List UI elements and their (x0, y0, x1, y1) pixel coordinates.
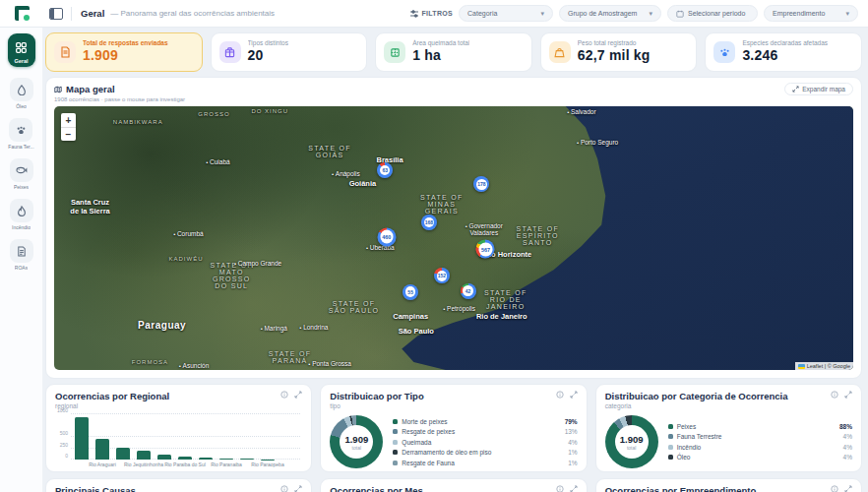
filter-grupo-amostragem[interactable]: Grupo de Amostragem▾ (559, 5, 661, 22)
info-icon[interactable] (556, 485, 564, 492)
sidebar-item-peixes[interactable]: Peixes (10, 158, 33, 190)
expand-map-button[interactable]: Expandir mapa (784, 83, 853, 95)
legend-row: Incêndio4% (668, 444, 852, 451)
bar[interactable] (95, 439, 109, 460)
expand-icon[interactable] (570, 485, 578, 492)
sidebar-item-oleo[interactable]: Óleo (10, 78, 33, 109)
map-label: GROSSO (198, 111, 229, 117)
kpi-peso-total: Peso total registrado 62,7 mil kg (540, 32, 698, 72)
sidebar-item-roas[interactable]: ROAs (10, 239, 33, 271)
map-cluster-marker[interactable]: 55 (403, 284, 418, 300)
kpi-tipos-distintos: Tipos distintos 20 (211, 32, 368, 72)
document-icon (10, 239, 33, 263)
chart-card-mes: Ocorrencias por Mes (320, 478, 587, 492)
bar[interactable] (199, 458, 213, 460)
map-label: Anápolis (332, 170, 360, 177)
cluster-count: 55 (405, 286, 416, 297)
legend-value: 4% (843, 454, 852, 461)
map-label: STATE OF MINAS GERAIS (420, 194, 464, 215)
chart-card-tipo: Distribuicao por Tipo tipo 1.909 total M… (320, 384, 587, 472)
kpi-value: 62,7 mil kg (578, 47, 651, 65)
legend-swatch (393, 419, 398, 424)
info-icon[interactable] (280, 485, 288, 492)
legend-row: Resgate de Fauna1% (393, 460, 577, 466)
map-title: Mapa geral (66, 84, 115, 94)
map-cluster-marker[interactable]: 63 (377, 162, 393, 178)
map-label: NAMBIKWARA (113, 119, 163, 125)
leaflet-flag-icon (798, 364, 805, 369)
map-cluster-marker[interactable]: 567 (476, 240, 495, 259)
paw-icon (713, 41, 735, 63)
info-icon[interactable] (831, 391, 838, 399)
bottom-row: Principais Causas Ocorrencias por Mes Oc… (45, 478, 862, 492)
info-icon[interactable] (831, 485, 838, 492)
legend-swatch (668, 445, 673, 450)
map-label: Petrópolis (443, 305, 475, 312)
bar[interactable] (219, 459, 233, 460)
chart-card-regional: Ocorrencias por Regional regional 100050… (45, 384, 312, 472)
kpi-label: Peso total registrado (578, 39, 651, 47)
zoom-in-button[interactable]: + (61, 113, 76, 127)
info-icon[interactable] (556, 391, 564, 399)
filter-categoria[interactable]: Categoria▾ (459, 5, 553, 22)
bar[interactable] (116, 448, 130, 460)
bar[interactable] (240, 459, 254, 460)
map-cluster-marker[interactable]: 152 (434, 268, 450, 283)
expand-icon[interactable] (844, 485, 852, 492)
kpi-value: 3.246 (742, 47, 828, 65)
expand-icon[interactable] (844, 391, 852, 399)
map-cluster-marker[interactable]: 460 (377, 227, 396, 246)
legend-row: Fauna Terrestre4% (668, 433, 852, 440)
page-subtitle: — Panorama geral das ocorrências ambient… (110, 9, 275, 18)
sidebar-toggle-icon[interactable] (49, 8, 63, 20)
filter-periodo[interactable]: Selecionar periodo (667, 5, 758, 22)
map-icon (54, 86, 62, 93)
cluster-count: 460 (380, 230, 394, 244)
top-header: Geral — Panorama geral das ocorrências a… (0, 0, 868, 28)
header-divider (71, 7, 72, 21)
legend-row: Peixes88% (668, 423, 852, 430)
chart-card-causas: Principais Causas (45, 478, 312, 492)
legend-row: Derramamento de óleo em piso1% (393, 449, 577, 456)
kpi-value: 20 (248, 47, 288, 65)
kpi-especies-afetadas: Especies declaradas afetadas 3.246 (705, 32, 862, 72)
y-tick-label: 1000 (55, 407, 68, 413)
map-label: Corumbá (173, 229, 204, 236)
bar[interactable] (137, 451, 151, 460)
legend-swatch (668, 434, 673, 439)
bar[interactable] (157, 455, 171, 460)
map-cluster-marker[interactable]: 178 (473, 176, 489, 192)
chart-subtitle: tipo (330, 402, 423, 409)
sidebar-item-geral[interactable]: Geral (8, 33, 35, 67)
expand-icon[interactable] (294, 485, 302, 492)
chart-subtitle: regional (55, 402, 169, 409)
bars-container (75, 414, 298, 460)
map-label: Londrina (299, 323, 328, 330)
fish-icon (10, 158, 33, 182)
sidebar-item-incendio[interactable]: Incêndio (10, 199, 33, 230)
zoom-out-button[interactable]: − (61, 127, 76, 141)
expand-icon[interactable] (294, 391, 302, 399)
legend-value: 4% (843, 444, 852, 451)
grid-icon (12, 38, 31, 56)
expand-icon[interactable] (570, 391, 578, 399)
bar[interactable] (178, 457, 192, 460)
map-label: Santa Cruz de la Sierra (70, 198, 109, 215)
filter-empreendimento[interactable]: Empreendimento▾ (764, 5, 858, 22)
info-icon[interactable] (280, 391, 288, 399)
legend-label: Queimada (402, 439, 431, 446)
map-label: STATE OF GOIÁS (308, 145, 351, 158)
paw-icon (9, 118, 32, 142)
map-cluster-marker[interactable]: 168 (421, 215, 437, 230)
flame-icon (10, 199, 33, 222)
bar[interactable] (75, 417, 89, 460)
chart-legend: Peixes88%Fauna Terrestre4%Incêndio4%Óleo… (668, 423, 852, 461)
droplet-icon (10, 78, 33, 101)
map-label: Campo Grande (234, 260, 281, 267)
legend-value: 88% (839, 423, 852, 430)
legend-value: 4% (568, 439, 577, 446)
map-canvas[interactable]: + − Leaflet | © Google GROSSODO XINGUNAM… (54, 106, 853, 370)
map-attribution: Leaflet | © Google (795, 362, 853, 370)
map-cluster-marker[interactable]: 42 (461, 283, 476, 299)
sidebar-item-fauna[interactable]: Fauna Ter... (8, 118, 33, 150)
